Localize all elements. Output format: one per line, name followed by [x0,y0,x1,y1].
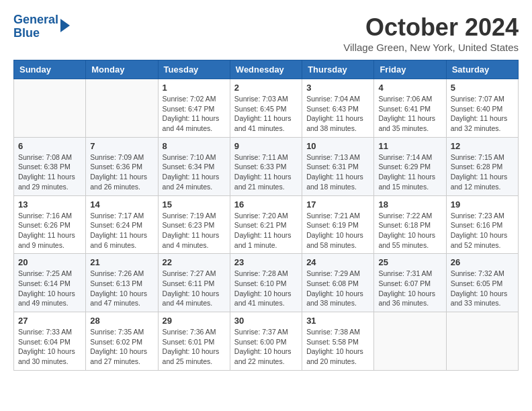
day-number: 21 [90,257,153,267]
calendar-week-row: 20Sunrise: 7:25 AM Sunset: 6:14 PM Dayli… [14,254,519,312]
weekday-header: Monday [86,60,158,79]
day-number: 2 [234,83,298,93]
day-number: 18 [378,199,441,210]
day-info: Sunrise: 7:35 AM Sunset: 6:02 PM Dayligh… [90,327,153,367]
calendar-day-cell: 15Sunrise: 7:19 AM Sunset: 6:23 PM Dayli… [158,195,230,254]
calendar-day-cell: 24Sunrise: 7:29 AM Sunset: 6:08 PM Dayli… [302,254,374,312]
day-info: Sunrise: 7:13 AM Sunset: 6:31 PM Dayligh… [306,152,369,192]
day-number: 4 [378,83,441,93]
day-number: 5 [451,83,514,93]
day-info: Sunrise: 7:17 AM Sunset: 6:24 PM Dayligh… [90,211,153,250]
day-number: 17 [306,199,369,210]
day-info: Sunrise: 7:14 AM Sunset: 6:29 PM Dayligh… [378,152,441,192]
day-number: 27 [18,316,81,326]
day-number: 26 [451,257,514,267]
day-info: Sunrise: 7:07 AM Sunset: 6:40 PM Dayligh… [451,94,514,134]
calendar-day-cell: 11Sunrise: 7:14 AM Sunset: 6:29 PM Dayli… [374,137,446,195]
calendar-day-cell: 8Sunrise: 7:10 AM Sunset: 6:34 PM Daylig… [158,137,230,195]
day-info: Sunrise: 7:10 AM Sunset: 6:34 PM Dayligh… [163,152,226,192]
day-number: 25 [378,257,441,267]
calendar-day-cell [86,79,158,138]
calendar-day-cell: 5Sunrise: 7:07 AM Sunset: 6:40 PM Daylig… [446,79,518,138]
calendar-day-cell: 12Sunrise: 7:15 AM Sunset: 6:28 PM Dayli… [446,137,518,195]
location-subtitle: Village Green, New York, United States [343,42,519,53]
calendar-day-cell: 18Sunrise: 7:22 AM Sunset: 6:18 PM Dayli… [374,195,446,254]
calendar-day-cell [14,79,86,138]
calendar-week-row: 27Sunrise: 7:33 AM Sunset: 6:04 PM Dayli… [14,312,519,371]
calendar-day-cell: 16Sunrise: 7:20 AM Sunset: 6:21 PM Dayli… [230,195,302,254]
logo-arrow-icon [60,19,70,32]
calendar-week-row: 13Sunrise: 7:16 AM Sunset: 6:26 PM Dayli… [14,195,519,254]
day-number: 15 [163,199,226,210]
calendar-day-cell [374,312,446,371]
calendar-day-cell: 25Sunrise: 7:31 AM Sunset: 6:07 PM Dayli… [374,254,446,312]
day-number: 10 [306,141,369,151]
day-info: Sunrise: 7:32 AM Sunset: 6:05 PM Dayligh… [451,269,514,308]
calendar-day-cell: 9Sunrise: 7:11 AM Sunset: 6:33 PM Daylig… [230,137,302,195]
calendar-day-cell: 31Sunrise: 7:38 AM Sunset: 5:58 PM Dayli… [302,312,374,371]
day-number: 23 [234,257,298,267]
day-number: 24 [306,257,369,267]
calendar-day-cell: 28Sunrise: 7:35 AM Sunset: 6:02 PM Dayli… [86,312,158,371]
day-info: Sunrise: 7:09 AM Sunset: 6:36 PM Dayligh… [90,152,153,192]
calendar-day-cell: 27Sunrise: 7:33 AM Sunset: 6:04 PM Dayli… [14,312,86,371]
day-number: 11 [378,141,441,151]
logo: General Blue [13,13,70,40]
calendar-day-cell: 30Sunrise: 7:37 AM Sunset: 6:00 PM Dayli… [230,312,302,371]
day-info: Sunrise: 7:37 AM Sunset: 6:00 PM Dayligh… [234,327,298,367]
weekday-header: Wednesday [230,60,302,79]
calendar-day-cell: 19Sunrise: 7:23 AM Sunset: 6:16 PM Dayli… [446,195,518,254]
calendar-day-cell: 7Sunrise: 7:09 AM Sunset: 6:36 PM Daylig… [86,137,158,195]
day-info: Sunrise: 7:21 AM Sunset: 6:19 PM Dayligh… [306,211,369,250]
day-info: Sunrise: 7:08 AM Sunset: 6:38 PM Dayligh… [18,152,81,192]
day-number: 31 [306,316,369,326]
calendar-day-cell: 14Sunrise: 7:17 AM Sunset: 6:24 PM Dayli… [86,195,158,254]
day-info: Sunrise: 7:29 AM Sunset: 6:08 PM Dayligh… [306,269,369,308]
day-info: Sunrise: 7:38 AM Sunset: 5:58 PM Dayligh… [306,327,369,367]
calendar-day-cell [446,312,518,371]
calendar-day-cell: 17Sunrise: 7:21 AM Sunset: 6:19 PM Dayli… [302,195,374,254]
day-number: 28 [90,316,153,326]
day-info: Sunrise: 7:22 AM Sunset: 6:18 PM Dayligh… [378,211,441,250]
calendar-week-row: 1Sunrise: 7:02 AM Sunset: 6:47 PM Daylig… [14,79,519,138]
calendar-day-cell: 4Sunrise: 7:06 AM Sunset: 6:41 PM Daylig… [374,79,446,138]
day-info: Sunrise: 7:33 AM Sunset: 6:04 PM Dayligh… [18,327,81,367]
day-number: 1 [163,83,226,93]
calendar-table: SundayMondayTuesdayWednesdayThursdayFrid… [13,60,519,371]
day-number: 6 [18,141,81,151]
calendar-day-cell: 1Sunrise: 7:02 AM Sunset: 6:47 PM Daylig… [158,79,230,138]
day-info: Sunrise: 7:27 AM Sunset: 6:11 PM Dayligh… [163,269,226,308]
day-info: Sunrise: 7:26 AM Sunset: 6:13 PM Dayligh… [90,269,153,308]
day-info: Sunrise: 7:19 AM Sunset: 6:23 PM Dayligh… [163,211,226,250]
calendar-day-cell: 3Sunrise: 7:04 AM Sunset: 6:43 PM Daylig… [302,79,374,138]
calendar-header-row: SundayMondayTuesdayWednesdayThursdayFrid… [14,60,519,79]
page-header: General Blue October 2024 Village Green,… [13,13,519,53]
day-number: 9 [234,141,298,151]
weekday-header: Friday [374,60,446,79]
calendar-day-cell: 29Sunrise: 7:36 AM Sunset: 6:01 PM Dayli… [158,312,230,371]
day-number: 30 [234,316,298,326]
day-number: 16 [234,199,298,210]
calendar-day-cell: 10Sunrise: 7:13 AM Sunset: 6:31 PM Dayli… [302,137,374,195]
calendar-day-cell: 2Sunrise: 7:03 AM Sunset: 6:45 PM Daylig… [230,79,302,138]
day-number: 13 [18,199,81,210]
calendar-day-cell: 20Sunrise: 7:25 AM Sunset: 6:14 PM Dayli… [14,254,86,312]
weekday-header: Sunday [14,60,86,79]
calendar-day-cell: 26Sunrise: 7:32 AM Sunset: 6:05 PM Dayli… [446,254,518,312]
day-number: 12 [451,141,514,151]
calendar-day-cell: 13Sunrise: 7:16 AM Sunset: 6:26 PM Dayli… [14,195,86,254]
calendar-day-cell: 21Sunrise: 7:26 AM Sunset: 6:13 PM Dayli… [86,254,158,312]
day-info: Sunrise: 7:23 AM Sunset: 6:16 PM Dayligh… [451,211,514,250]
day-info: Sunrise: 7:11 AM Sunset: 6:33 PM Dayligh… [234,152,298,192]
day-info: Sunrise: 7:25 AM Sunset: 6:14 PM Dayligh… [18,269,81,308]
weekday-header: Saturday [446,60,518,79]
month-title: October 2024 [343,13,519,42]
day-number: 8 [163,141,226,151]
day-number: 3 [306,83,369,93]
calendar-day-cell: 22Sunrise: 7:27 AM Sunset: 6:11 PM Dayli… [158,254,230,312]
day-info: Sunrise: 7:15 AM Sunset: 6:28 PM Dayligh… [451,152,514,192]
logo-line1: General [13,13,58,26]
weekday-header: Tuesday [158,60,230,79]
day-number: 14 [90,199,153,210]
day-info: Sunrise: 7:03 AM Sunset: 6:45 PM Dayligh… [234,94,298,134]
